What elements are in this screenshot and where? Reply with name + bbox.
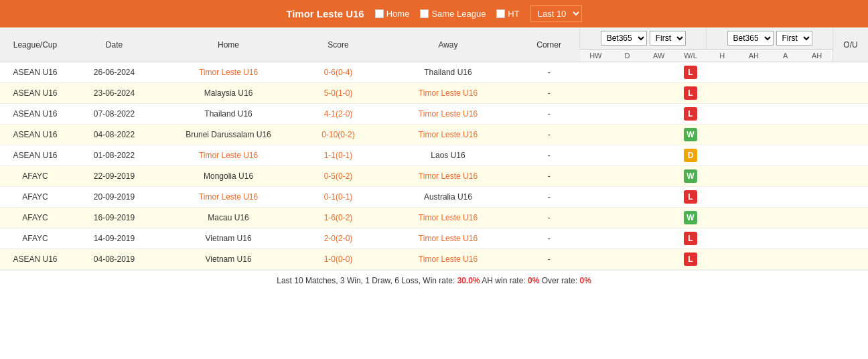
- last-select[interactable]: Last 10 Last 20 Last 30: [530, 5, 582, 22]
- cell-corner: -: [518, 208, 580, 228]
- cell-wl: W: [674, 208, 706, 228]
- cell-ah2: [801, 249, 833, 270]
- sub-h: H: [707, 50, 738, 62]
- cell-corner: -: [518, 83, 580, 104]
- cell-h: [707, 62, 738, 83]
- table-row: AFAYC 22-09-2019 Mongolia U16 0-5(0-2) T…: [0, 166, 868, 187]
- cell-wl: L: [674, 83, 706, 104]
- cell-ah2: [801, 104, 833, 125]
- table-row: ASEAN U16 07-08-2022 Thailand U16 4-1(2-…: [0, 104, 868, 125]
- cell-corner: -: [518, 249, 580, 270]
- cell-aw: [643, 187, 674, 208]
- cell-ou: [833, 83, 868, 104]
- footer-ah-label: AH win rate:: [482, 276, 525, 285]
- first-select-1[interactable]: First: [650, 31, 686, 46]
- footer-win-rate: 30.0%: [457, 276, 480, 285]
- home-checkbox[interactable]: [375, 9, 384, 18]
- cell-d: [611, 228, 643, 249]
- cell-date: 14-09-2019: [70, 228, 158, 249]
- table-row: ASEAN U16 26-06-2024 Timor Leste U16 0-6…: [0, 62, 868, 83]
- cell-score[interactable]: 5-0(1-0): [299, 83, 378, 104]
- cell-score[interactable]: 0-10(0-2): [299, 125, 378, 145]
- cell-d: [611, 166, 643, 187]
- home-checkbox-label[interactable]: Home: [375, 9, 410, 19]
- col-away: Away: [378, 27, 518, 62]
- cell-away[interactable]: Timor Leste U16: [378, 228, 518, 249]
- cell-score[interactable]: 4-1(2-0): [299, 104, 378, 125]
- cell-score[interactable]: 1-1(0-1): [299, 145, 378, 166]
- cell-a: [770, 187, 801, 208]
- cell-away[interactable]: Timor Leste U16: [378, 166, 518, 187]
- cell-score[interactable]: 0-6(0-4): [299, 62, 378, 83]
- cell-hw: [580, 249, 611, 270]
- cell-ah2: [801, 166, 833, 187]
- col-ou: O/U: [833, 27, 868, 62]
- wl-badge: L: [684, 190, 697, 204]
- cell-ah: [738, 228, 770, 249]
- cell-ah: [738, 249, 770, 270]
- cell-ou: [833, 125, 868, 145]
- same-league-checkbox[interactable]: [420, 9, 429, 18]
- cell-h: [707, 187, 738, 208]
- cell-home[interactable]: Timor Leste U16: [158, 62, 299, 83]
- wl-badge: W: [684, 128, 697, 141]
- footer-ah-rate: 0%: [528, 276, 539, 285]
- sub-ah2: AH: [801, 50, 833, 62]
- cell-away[interactable]: Timor Leste U16: [378, 83, 518, 104]
- cell-away[interactable]: Timor Leste U16: [378, 125, 518, 145]
- cell-ah2: [801, 145, 833, 166]
- cell-away[interactable]: Timor Leste U16: [378, 104, 518, 125]
- cell-ah: [738, 83, 770, 104]
- sub-d: D: [611, 50, 643, 62]
- cell-league: ASEAN U16: [0, 145, 70, 166]
- bet365-select-2[interactable]: Bet365: [727, 31, 774, 46]
- cell-a: [770, 145, 801, 166]
- first-select-2[interactable]: First: [776, 31, 812, 46]
- sub-wl: W/L: [674, 50, 706, 62]
- cell-league: ASEAN U16: [0, 62, 70, 83]
- cell-ah2: [801, 208, 833, 228]
- bet365-select-1[interactable]: Bet365: [601, 31, 647, 46]
- cell-home[interactable]: Timor Leste U16: [158, 187, 299, 208]
- ht-checkbox[interactable]: [496, 9, 505, 18]
- cell-home[interactable]: Timor Leste U16: [158, 145, 299, 166]
- cell-away[interactable]: Timor Leste U16: [378, 208, 518, 228]
- cell-ah: [738, 208, 770, 228]
- same-league-checkbox-label[interactable]: Same League: [420, 9, 486, 19]
- cell-score[interactable]: 2-0(2-0): [299, 228, 378, 249]
- footer-prefix: Last 10 Matches, 3 Win, 1 Draw, 6 Loss, …: [277, 276, 455, 285]
- cell-aw: [643, 208, 674, 228]
- wl-badge: L: [684, 232, 697, 245]
- cell-away[interactable]: Timor Leste U16: [378, 249, 518, 270]
- footer-over-rate: 0%: [579, 276, 591, 285]
- cell-score[interactable]: 0-1(0-1): [299, 187, 378, 208]
- cell-hw: [580, 104, 611, 125]
- col-corner: Corner: [518, 27, 580, 62]
- cell-ah: [738, 125, 770, 145]
- cell-h: [707, 125, 738, 145]
- cell-ou: [833, 62, 868, 83]
- cell-hw: [580, 125, 611, 145]
- cell-league: AFAYC: [0, 187, 70, 208]
- cell-a: [770, 208, 801, 228]
- cell-score[interactable]: 1-6(0-2): [299, 208, 378, 228]
- cell-a: [770, 62, 801, 83]
- cell-h: [707, 83, 738, 104]
- cell-score[interactable]: 0-5(0-2): [299, 166, 378, 187]
- cell-ah2: [801, 62, 833, 83]
- cell-aw: [643, 249, 674, 270]
- cell-hw: [580, 166, 611, 187]
- ht-checkbox-label[interactable]: HT: [496, 9, 519, 19]
- cell-away: Laos U16: [378, 145, 518, 166]
- cell-wl: W: [674, 166, 706, 187]
- cell-d: [611, 62, 643, 83]
- col-score: Score: [299, 27, 378, 62]
- cell-score[interactable]: 1-0(0-0): [299, 249, 378, 270]
- cell-wl: D: [674, 145, 706, 166]
- cell-league: AFAYC: [0, 228, 70, 249]
- cell-date: 23-06-2024: [70, 83, 158, 104]
- cell-corner: -: [518, 228, 580, 249]
- cell-home: Brunei Darussalam U16: [158, 125, 299, 145]
- cell-date: 26-06-2024: [70, 62, 158, 83]
- wl-badge: L: [684, 66, 697, 79]
